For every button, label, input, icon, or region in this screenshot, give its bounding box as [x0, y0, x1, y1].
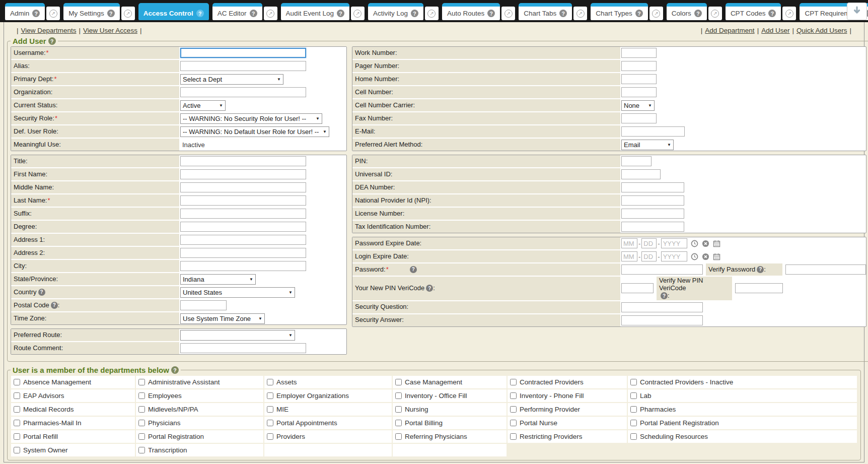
- calendar-icon[interactable]: [713, 240, 720, 247]
- department-checkbox[interactable]: [395, 392, 402, 399]
- time-zone-select[interactable]: Use System Time Zone▼: [180, 313, 265, 324]
- preferred-route-select[interactable]: ▼: [180, 330, 295, 341]
- department-checkbox-item[interactable]: Providers: [264, 430, 392, 443]
- tab-activity-log[interactable]: Activity Log?: [368, 3, 423, 20]
- organization-input[interactable]: [180, 87, 306, 97]
- department-checkbox[interactable]: [138, 433, 145, 440]
- department-checkbox[interactable]: [267, 392, 273, 399]
- department-checkbox[interactable]: [630, 420, 637, 426]
- department-checkbox-item[interactable]: Midlevels/NP/PA: [136, 403, 263, 416]
- clear-date-icon[interactable]: [702, 253, 709, 260]
- help-icon[interactable]: ?: [38, 289, 45, 296]
- tab-external-link-button[interactable]: ↗: [264, 7, 277, 20]
- link-view-departments[interactable]: View Departments: [21, 27, 77, 34]
- department-checkbox[interactable]: [14, 392, 20, 399]
- pin-input[interactable]: [621, 156, 652, 166]
- country-select[interactable]: United States▼: [180, 287, 295, 298]
- department-checkbox[interactable]: [395, 379, 402, 385]
- license-number-input[interactable]: [621, 209, 684, 219]
- tab-external-link-button[interactable]: ↗: [121, 7, 135, 20]
- department-checkbox-item[interactable]: Portal Patient Registration: [628, 417, 857, 429]
- fax-number-input[interactable]: [621, 113, 657, 123]
- tab-external-link-button[interactable]: ↗: [649, 7, 663, 20]
- link-add-user[interactable]: Add User: [761, 27, 789, 34]
- tab-external-link-button[interactable]: ↗: [782, 7, 796, 20]
- department-checkbox[interactable]: [138, 379, 145, 385]
- verify-new-pin-vericode-input[interactable]: [735, 283, 783, 293]
- help-icon[interactable]: ?: [171, 366, 179, 374]
- department-checkbox-item[interactable]: Portal Refill: [11, 430, 135, 443]
- alias-input[interactable]: [180, 61, 306, 71]
- clear-date-icon[interactable]: [702, 240, 709, 247]
- help-icon[interactable]: ?: [107, 10, 115, 17]
- help-icon[interactable]: ?: [32, 10, 40, 17]
- e-mail-input[interactable]: [621, 126, 685, 137]
- department-checkbox-item[interactable]: Nursing: [393, 403, 507, 416]
- department-checkbox[interactable]: [138, 392, 145, 399]
- department-checkbox-item[interactable]: Restricting Providers: [508, 430, 627, 443]
- help-icon[interactable]: ?: [694, 10, 702, 17]
- tab-access-control[interactable]: Access Control?: [138, 3, 209, 20]
- calendar-icon[interactable]: [713, 253, 720, 260]
- department-checkbox[interactable]: [267, 379, 273, 385]
- department-checkbox[interactable]: [630, 433, 637, 440]
- department-checkbox-item[interactable]: Referring Physicians: [393, 430, 507, 443]
- department-checkbox[interactable]: [395, 406, 402, 413]
- help-icon[interactable]: ?: [337, 10, 344, 17]
- verify-password-input[interactable]: [785, 264, 866, 275]
- tab-chart-types[interactable]: Chart Types?: [591, 3, 648, 20]
- department-checkbox-item[interactable]: Portal Registration: [136, 430, 263, 443]
- department-checkbox[interactable]: [14, 406, 20, 413]
- login-expire-date-mm-input[interactable]: [621, 251, 637, 261]
- middle-name-input[interactable]: [180, 182, 306, 192]
- department-checkbox-item[interactable]: Scheduling Resources: [628, 430, 857, 443]
- tab-external-link-button[interactable]: ↗: [425, 7, 439, 20]
- title-input[interactable]: [180, 156, 306, 166]
- security-role-select[interactable]: -- WARNING: No Security Role for User! -…: [180, 113, 322, 124]
- department-checkbox[interactable]: [630, 379, 637, 385]
- help-icon[interactable]: ?: [768, 10, 776, 17]
- help-icon[interactable]: ?: [757, 266, 764, 273]
- your-new-pin-vericode-input[interactable]: [621, 283, 654, 293]
- help-icon[interactable]: ?: [196, 10, 204, 17]
- department-checkbox-item[interactable]: Portal Nurse: [508, 417, 627, 429]
- tab-auto-routes[interactable]: Auto Routes?: [442, 3, 500, 20]
- password-input[interactable]: [621, 264, 703, 275]
- cell-number-carrier-select[interactable]: None▼: [621, 100, 655, 111]
- help-icon[interactable]: ?: [487, 10, 495, 17]
- department-checkbox-item[interactable]: Pharmacies-Mail In: [11, 417, 135, 429]
- tab-my-settings[interactable]: My Settings?: [63, 3, 120, 20]
- department-checkbox[interactable]: [138, 420, 145, 426]
- password-expire-date-dd-input[interactable]: [641, 238, 657, 248]
- city-input[interactable]: [180, 261, 306, 271]
- help-icon[interactable]: ?: [559, 10, 567, 17]
- login-expire-date-dd-input[interactable]: [641, 251, 657, 261]
- help-icon[interactable]: ?: [410, 266, 417, 273]
- department-checkbox[interactable]: [14, 420, 20, 426]
- help-icon[interactable]: ?: [411, 10, 418, 17]
- department-checkbox[interactable]: [510, 420, 517, 426]
- home-number-input[interactable]: [621, 74, 657, 84]
- department-checkbox-item[interactable]: Contracted Providers: [508, 376, 627, 388]
- link-view-user-access[interactable]: View User Access: [83, 27, 137, 34]
- tab-ac-editor[interactable]: AC Editor?: [212, 3, 262, 20]
- work-number-input[interactable]: [621, 48, 657, 58]
- department-checkbox-item[interactable]: Employees: [136, 389, 263, 402]
- department-checkbox[interactable]: [267, 433, 273, 440]
- help-icon[interactable]: ?: [48, 37, 56, 45]
- department-checkbox[interactable]: [14, 433, 20, 440]
- help-icon[interactable]: ?: [426, 285, 433, 292]
- tab-external-link-button[interactable]: ↗: [501, 7, 515, 20]
- department-checkbox[interactable]: [138, 406, 145, 413]
- help-icon[interactable]: ?: [250, 10, 257, 17]
- def-user-role-select[interactable]: -- WARNING: No Default User Role for Use…: [180, 126, 329, 137]
- tax-identification-number-input[interactable]: [621, 222, 684, 232]
- help-icon[interactable]: ?: [661, 292, 668, 299]
- time-picker-icon[interactable]: [691, 253, 698, 260]
- department-checkbox[interactable]: [138, 447, 145, 453]
- postal-code-input[interactable]: [180, 300, 227, 310]
- department-checkbox-item[interactable]: Inventory - Phone Fill: [508, 389, 627, 402]
- tab-admin[interactable]: Admin?: [5, 3, 45, 20]
- department-checkbox[interactable]: [510, 392, 517, 399]
- preferred-alert-method-select[interactable]: Email▼: [621, 140, 674, 150]
